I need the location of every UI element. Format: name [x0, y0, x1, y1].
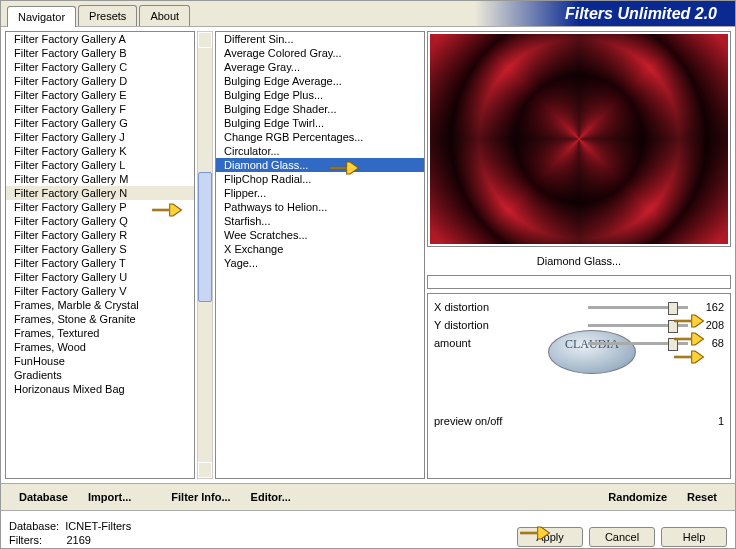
category-item[interactable]: Filter Factory Gallery T [6, 256, 194, 270]
param-value: 68 [694, 337, 724, 349]
filters-value: 2169 [66, 534, 90, 546]
cancel-button[interactable]: Cancel [589, 527, 655, 547]
param-label: X distortion [434, 301, 582, 313]
param-slider[interactable] [588, 306, 688, 309]
filter-item[interactable]: Bulging Edge Average... [216, 74, 424, 88]
filter-item[interactable]: Circulator... [216, 144, 424, 158]
progress-bar [427, 275, 731, 289]
tab-navigator[interactable]: Navigator [7, 6, 76, 27]
filter-item[interactable]: X Exchange [216, 242, 424, 256]
category-item[interactable]: Filter Factory Gallery L [6, 158, 194, 172]
category-item[interactable]: Filter Factory Gallery D [6, 74, 194, 88]
preview-toggle-row: preview on/off1 [434, 412, 724, 430]
category-item[interactable]: Filter Factory Gallery N [6, 186, 194, 200]
category-item[interactable]: Frames, Textured [6, 326, 194, 340]
param-slider[interactable] [588, 342, 688, 345]
category-item[interactable]: Filter Factory Gallery M [6, 172, 194, 186]
app-title: Filters Unlimited 2.0 [475, 1, 735, 26]
category-item[interactable]: Filter Factory Gallery J [6, 130, 194, 144]
reset-button[interactable]: Reset [677, 488, 727, 506]
param-row: X distortion162 [434, 298, 724, 316]
category-item[interactable]: Filter Factory Gallery P [6, 200, 194, 214]
category-item[interactable]: Filter Factory Gallery R [6, 228, 194, 242]
filter-item[interactable]: Yage... [216, 256, 424, 270]
filter-item[interactable]: Change RGB Percentages... [216, 130, 424, 144]
filter-list[interactable]: Different Sin...Average Colored Gray...A… [215, 31, 425, 479]
param-value: 162 [694, 301, 724, 313]
footer-buttons: Apply Cancel Help [517, 527, 727, 547]
category-item[interactable]: Frames, Marble & Crystal [6, 298, 194, 312]
db-label: Database: [9, 520, 59, 532]
category-item[interactable]: Filter Factory Gallery S [6, 242, 194, 256]
preview-toggle-value: 1 [694, 415, 724, 427]
filter-item[interactable]: Bulging Edge Twirl... [216, 116, 424, 130]
filter-item[interactable]: Average Colored Gray... [216, 46, 424, 60]
database-button[interactable]: Database [9, 488, 78, 506]
category-item[interactable]: Frames, Stone & Granite [6, 312, 194, 326]
category-item[interactable]: Filter Factory Gallery U [6, 270, 194, 284]
filter-item[interactable]: Wee Scratches... [216, 228, 424, 242]
filter-item[interactable]: Bulging Edge Plus... [216, 88, 424, 102]
filter-item[interactable]: Flipper... [216, 186, 424, 200]
filter-item[interactable]: Average Gray... [216, 60, 424, 74]
editor-button[interactable]: Editor... [241, 488, 301, 506]
category-item[interactable]: Filter Factory Gallery Q [6, 214, 194, 228]
param-value: 208 [694, 319, 724, 331]
category-item[interactable]: Filter Factory Gallery V [6, 284, 194, 298]
filters-label: Filters: [9, 534, 42, 546]
toolbar: Database Import... Filter Info... Editor… [1, 483, 735, 511]
param-label: Y distortion [434, 319, 582, 331]
scroll-thumb[interactable] [198, 172, 212, 302]
tab-about[interactable]: About [139, 5, 190, 26]
category-item[interactable]: Frames, Wood [6, 340, 194, 354]
category-scrollbar[interactable] [197, 31, 213, 479]
filter-item[interactable]: Starfish... [216, 214, 424, 228]
filter-item[interactable]: Pathways to Helion... [216, 200, 424, 214]
right-panel: Diamond Glass... CLAUDIA X distortion162… [427, 31, 731, 479]
category-item[interactable]: Gradients [6, 368, 194, 382]
filter-item[interactable]: Different Sin... [216, 32, 424, 46]
category-item[interactable]: Horizonaus Mixed Bag [6, 382, 194, 396]
category-item[interactable]: Filter Factory Gallery E [6, 88, 194, 102]
category-item[interactable]: FunHouse [6, 354, 194, 368]
tab-presets[interactable]: Presets [78, 5, 137, 26]
filter-info-button[interactable]: Filter Info... [161, 488, 240, 506]
category-item[interactable]: Filter Factory Gallery F [6, 102, 194, 116]
category-item[interactable]: Filter Factory Gallery B [6, 46, 194, 60]
db-value: ICNET-Filters [65, 520, 131, 532]
filter-item[interactable]: FlipChop Radial... [216, 172, 424, 186]
filter-item[interactable]: Diamond Glass... [216, 158, 424, 172]
filter-item[interactable]: Bulging Edge Shader... [216, 102, 424, 116]
category-item[interactable]: Filter Factory Gallery G [6, 116, 194, 130]
category-item[interactable]: Filter Factory Gallery K [6, 144, 194, 158]
header-bar: NavigatorPresetsAbout Filters Unlimited … [1, 1, 735, 27]
footer: Database: ICNET-Filters Filters: 2169 Ap… [1, 511, 735, 549]
main-area: Filter Factory Gallery AFilter Factory G… [1, 27, 735, 483]
preview-frame [427, 31, 731, 247]
watermark-badge: CLAUDIA [548, 330, 636, 374]
footer-info: Database: ICNET-Filters Filters: 2169 [9, 519, 131, 547]
import-button[interactable]: Import... [78, 488, 141, 506]
help-button[interactable]: Help [661, 527, 727, 547]
scroll-track[interactable] [198, 48, 212, 462]
category-list[interactable]: Filter Factory Gallery AFilter Factory G… [5, 31, 195, 479]
scroll-up-icon[interactable] [198, 32, 212, 48]
category-item[interactable]: Filter Factory Gallery A [6, 32, 194, 46]
parameters-panel: CLAUDIA X distortion162Y distortion208am… [427, 293, 731, 479]
preview-label: Diamond Glass... [427, 251, 731, 271]
tabs: NavigatorPresetsAbout [1, 1, 192, 26]
scroll-down-icon[interactable] [198, 462, 212, 478]
preview-image [430, 34, 728, 244]
apply-button[interactable]: Apply [517, 527, 583, 547]
preview-toggle-label: preview on/off [434, 415, 694, 427]
randomize-button[interactable]: Randomize [598, 488, 677, 506]
param-slider[interactable] [588, 324, 688, 327]
category-item[interactable]: Filter Factory Gallery C [6, 60, 194, 74]
